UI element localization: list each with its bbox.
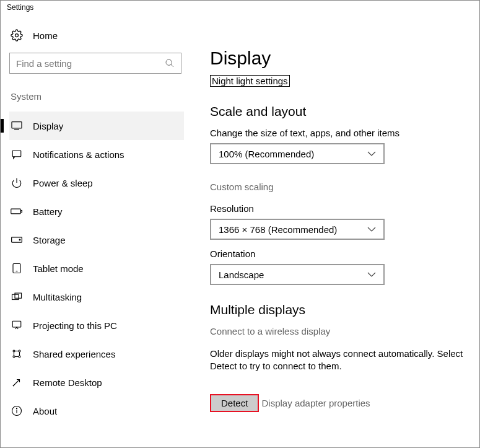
nav-item-tablet[interactable]: Tablet mode [9, 254, 184, 283]
content-area: Home System Display Notifications & acti… [1, 18, 479, 447]
svg-point-19 [19, 356, 20, 358]
multitask-icon [11, 292, 23, 302]
night-light-link[interactable]: Night light settings [210, 75, 290, 87]
nav-list: Display Notifications & actions Power & … [9, 112, 184, 425]
adapter-link[interactable]: Display adapter properties [262, 398, 370, 408]
monitor-icon [11, 121, 23, 131]
nav-label: Power & sleep [33, 178, 93, 188]
nav-label: Tablet mode [33, 263, 84, 274]
page-title: Display [210, 48, 468, 69]
nav-label: Display [33, 121, 63, 131]
svg-point-16 [13, 350, 15, 352]
nav-item-multitasking[interactable]: Multitasking [9, 283, 184, 311]
svg-rect-7 [11, 209, 20, 214]
remote-icon [11, 377, 23, 388]
svg-point-28 [16, 408, 17, 409]
nav-item-notifications[interactable]: Notifications & actions [9, 140, 184, 169]
orientation-value: Landscape [219, 270, 264, 280]
chevron-down-icon [367, 227, 376, 232]
nav-item-shared[interactable]: Shared experiences [9, 340, 184, 368]
nav-item-projecting[interactable]: Projecting to this PC [9, 311, 184, 340]
scale-heading: Scale and layout [210, 104, 468, 119]
detect-button[interactable]: Detect [210, 394, 259, 412]
search-box[interactable] [9, 53, 181, 74]
nav-item-about[interactable]: About [9, 397, 184, 425]
svg-rect-15 [12, 321, 21, 327]
nav-label: Remote Desktop [33, 377, 102, 388]
nav-label: Notifications & actions [33, 149, 124, 160]
svg-point-1 [166, 59, 172, 65]
svg-point-18 [13, 356, 15, 358]
nav-item-power[interactable]: Power & sleep [9, 169, 184, 197]
multi-heading: Multiple displays [210, 302, 468, 317]
svg-line-24 [14, 380, 20, 385]
nav-item-display[interactable]: Display [9, 112, 184, 140]
home-label: Home [33, 30, 58, 41]
svg-line-2 [171, 64, 173, 67]
info-icon [11, 405, 23, 416]
sidebar: Home System Display Notifications & acti… [1, 18, 193, 447]
nav-label: Storage [33, 235, 66, 245]
gear-icon [11, 29, 23, 42]
main-panel: Display Night light settings Scale and l… [193, 18, 479, 447]
nav-label: About [33, 406, 57, 416]
share-icon [11, 348, 23, 359]
resolution-label: Resolution [210, 203, 468, 214]
orientation-label: Orientation [210, 248, 468, 259]
nav-item-storage[interactable]: Storage [9, 226, 184, 254]
svg-rect-11 [13, 264, 20, 273]
nav-label: Multitasking [33, 292, 82, 302]
battery-icon [11, 207, 23, 216]
chevron-down-icon [367, 272, 376, 277]
chevron-down-icon [367, 151, 376, 156]
nav-label: Battery [33, 206, 63, 217]
storage-icon [11, 236, 23, 244]
svg-point-25 [13, 385, 14, 386]
svg-rect-3 [12, 122, 22, 128]
scale-label: Change the size of text, apps, and other… [210, 128, 468, 138]
nav-label: Projecting to this PC [33, 320, 117, 331]
project-icon [11, 320, 23, 331]
category-label: System [11, 91, 184, 102]
svg-point-10 [19, 239, 20, 240]
chat-icon [11, 149, 23, 160]
custom-scaling-link[interactable]: Custom scaling [210, 182, 274, 192]
svg-rect-13 [12, 294, 19, 299]
svg-rect-5 [12, 151, 21, 157]
tablet-icon [11, 263, 23, 274]
home-button[interactable]: Home [9, 18, 184, 53]
scale-dropdown[interactable]: 100% (Recommended) [210, 143, 385, 164]
orientation-dropdown[interactable]: Landscape [210, 264, 385, 285]
svg-point-17 [19, 350, 20, 352]
power-icon [11, 177, 23, 188]
svg-rect-14 [15, 293, 22, 298]
nav-item-remote[interactable]: Remote Desktop [9, 368, 184, 397]
search-input[interactable] [16, 58, 159, 69]
scale-value: 100% (Recommended) [219, 149, 314, 159]
wireless-link[interactable]: Connect to a wireless display [210, 326, 330, 336]
nav-label: Shared experiences [33, 349, 115, 359]
svg-point-0 [15, 34, 19, 37]
resolution-dropdown[interactable]: 1366 × 768 (Recommended) [210, 219, 385, 240]
window-titlebar: Settings [1, 1, 479, 18]
older-desc: Older displays might not always connect … [210, 348, 468, 373]
resolution-value: 1366 × 768 (Recommended) [219, 224, 337, 235]
window-title: Settings [7, 3, 33, 12]
nav-item-battery[interactable]: Battery [9, 197, 184, 226]
search-icon [165, 58, 175, 68]
svg-rect-8 [21, 210, 22, 212]
